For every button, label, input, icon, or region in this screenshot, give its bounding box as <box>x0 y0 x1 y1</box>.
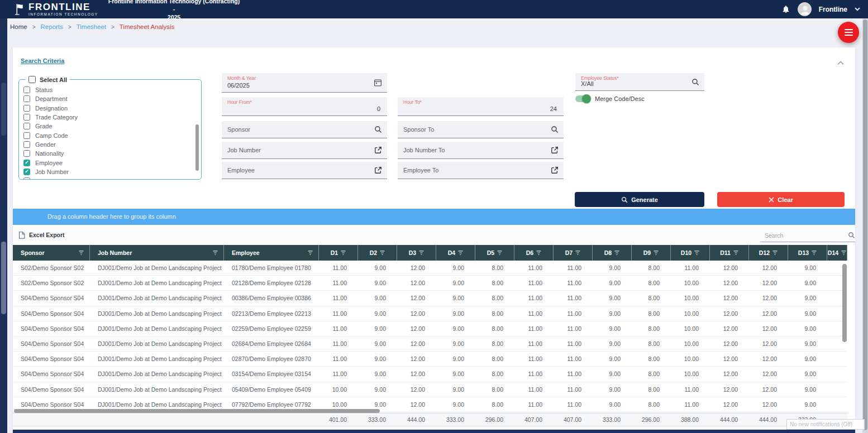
filter-icon[interactable] <box>772 251 778 255</box>
table-row[interactable]: S04/Demo Sponsor S04DJ001/Demo Job at De… <box>13 291 847 306</box>
checkbox[interactable] <box>23 150 30 157</box>
grid-horizontal-scrollbar[interactable] <box>14 409 380 413</box>
filter-icon[interactable] <box>308 251 313 255</box>
calendar-icon[interactable] <box>374 79 382 87</box>
filter-icon[interactable] <box>380 251 385 255</box>
launch-icon[interactable] <box>551 166 559 174</box>
table-row[interactable]: S02/Demo Sponsor S02DJ001/Demo Job at De… <box>13 261 847 276</box>
group-drop-zone[interactable]: Drag a column header here to group its c… <box>13 209 855 225</box>
column-header-sponsor[interactable]: Sponsor <box>13 245 90 261</box>
launch-icon[interactable] <box>374 146 382 154</box>
frontline-logo[interactable]: FRONTLINE INFORMATION TECHNOLOGY <box>15 2 98 16</box>
job-number-to-field[interactable]: Job Number To <box>398 142 564 159</box>
column-header-d12[interactable]: D12 <box>749 245 788 261</box>
filter-icon[interactable] <box>575 251 580 255</box>
column-header-employee[interactable]: Employee <box>224 245 319 261</box>
category-option-job-number[interactable]: Job Number <box>23 167 197 176</box>
search-icon[interactable] <box>691 78 699 86</box>
hour-to-field[interactable]: Hour To* 24 <box>398 97 564 116</box>
search-criteria-link[interactable]: Search Criteria <box>21 57 64 64</box>
page-scrollbar[interactable] <box>862 18 868 433</box>
category-option-grade[interactable]: Grade <box>23 122 197 131</box>
category-option-gender[interactable]: Gender <box>23 140 197 149</box>
column-header-d10[interactable]: D10 <box>671 245 710 261</box>
launch-icon[interactable] <box>551 146 559 154</box>
category-option-nationality[interactable]: Nationality <box>23 149 197 158</box>
column-header-d6[interactable]: D6 <box>514 245 554 261</box>
filter-icon[interactable] <box>341 251 346 255</box>
filter-icon[interactable] <box>733 251 738 255</box>
employee-field[interactable]: Employee <box>222 162 387 179</box>
column-header-d9[interactable]: D9 <box>632 245 671 261</box>
column-header-d1[interactable]: D1 <box>319 245 358 261</box>
category-option-camp-code[interactable]: Camp Code <box>23 131 197 139</box>
filter-icon[interactable] <box>79 251 84 255</box>
checkbox[interactable] <box>23 169 30 175</box>
filter-icon[interactable] <box>694 251 699 255</box>
breadcrumb-home[interactable]: Home <box>10 23 27 30</box>
column-header-d13[interactable]: D13 <box>788 245 827 261</box>
sponsor-to-field[interactable]: Sponsor To <box>398 121 564 138</box>
table-row[interactable]: S04/Demo Sponsor S04DJ001/Demo Job at De… <box>13 321 847 336</box>
hour-from-field[interactable]: Hour From* 0 <box>222 97 387 116</box>
notifications-bell-icon[interactable] <box>781 4 790 14</box>
column-header-d4[interactable]: D4 <box>436 245 475 261</box>
table-row[interactable]: S04/Demo Sponsor S04DJ001/Demo Job at De… <box>13 336 847 352</box>
search-icon[interactable] <box>848 232 855 239</box>
column-header-job-number[interactable]: Job Number <box>90 245 224 261</box>
category-option-10[interactable] <box>23 176 197 180</box>
user-avatar[interactable] <box>798 2 812 16</box>
search-icon[interactable] <box>551 126 559 133</box>
user-menu[interactable]: Frontline <box>819 6 847 13</box>
checkbox[interactable] <box>23 160 30 166</box>
column-header-d14[interactable]: D14 <box>827 245 847 261</box>
category-option-designation[interactable]: Designation <box>23 104 197 113</box>
column-header-d3[interactable]: D3 <box>397 245 436 261</box>
search-icon[interactable] <box>374 126 382 133</box>
excel-export-button[interactable]: Excel Export <box>18 232 65 239</box>
generate-button[interactable]: Generate <box>575 192 704 207</box>
sponsor-field[interactable]: Sponsor <box>222 121 387 138</box>
checkbox[interactable] <box>23 141 30 148</box>
category-option-status[interactable]: Status <box>23 85 197 94</box>
employee-to-field[interactable]: Employee To <box>398 162 564 179</box>
checkbox[interactable] <box>23 132 30 139</box>
checkbox[interactable] <box>23 105 30 112</box>
column-header-d5[interactable]: D5 <box>475 245 514 261</box>
checkbox[interactable] <box>23 177 30 180</box>
breadcrumb-timesheet[interactable]: Timesheet <box>77 23 106 30</box>
column-header-d2[interactable]: D2 <box>358 245 397 261</box>
table-row[interactable]: S04/Demo Sponsor S04DJ001/Demo Job at De… <box>13 352 847 367</box>
filter-icon[interactable] <box>497 251 502 255</box>
job-number-field[interactable]: Job Number <box>222 142 387 159</box>
merge-code-desc-toggle[interactable] <box>575 95 590 102</box>
select-all-checkbox[interactable] <box>28 76 36 83</box>
category-option-trade-category[interactable]: Trade Category <box>23 113 197 122</box>
table-row[interactable]: S04/Demo Sponsor S04DJ001/Demo Job at De… <box>13 382 847 397</box>
checkbox[interactable] <box>23 86 30 93</box>
table-row[interactable]: S04/Demo Sponsor S04DJ001/Demo Job at De… <box>13 306 847 321</box>
table-row[interactable]: S02/Demo Sponsor S02DJ001/Demo Job at De… <box>13 276 847 291</box>
checkbox[interactable] <box>23 95 30 102</box>
employee-status-field[interactable]: Employee Status* X/All <box>575 73 704 91</box>
category-option-department[interactable]: Department <box>23 94 197 103</box>
collapse-chevron-up-icon[interactable] <box>837 57 844 68</box>
clear-button[interactable]: Clear <box>717 192 845 207</box>
column-header-d11[interactable]: D11 <box>710 245 749 261</box>
launch-icon[interactable] <box>374 166 382 174</box>
filter-icon[interactable] <box>812 251 817 255</box>
month-year-field[interactable]: Month & Year 06/2025 <box>222 73 387 93</box>
column-header-d7[interactable]: D7 <box>554 245 593 261</box>
menu-fab-button[interactable] <box>838 22 859 43</box>
filter-icon[interactable] <box>614 251 619 255</box>
table-row[interactable]: S04/Demo Sponsor S04DJ001/Demo Job at De… <box>13 367 847 382</box>
filter-icon[interactable] <box>841 251 846 255</box>
chevron-down-icon[interactable] <box>855 7 860 11</box>
filter-icon[interactable] <box>213 251 218 255</box>
filter-icon[interactable] <box>536 251 541 255</box>
breadcrumb-reports[interactable]: Reports <box>41 23 63 30</box>
column-header-d8[interactable]: D8 <box>593 245 632 261</box>
category-list-scrollbar[interactable] <box>195 124 199 171</box>
grid-vertical-scrollbar[interactable] <box>842 264 847 342</box>
checkbox[interactable] <box>23 114 30 121</box>
